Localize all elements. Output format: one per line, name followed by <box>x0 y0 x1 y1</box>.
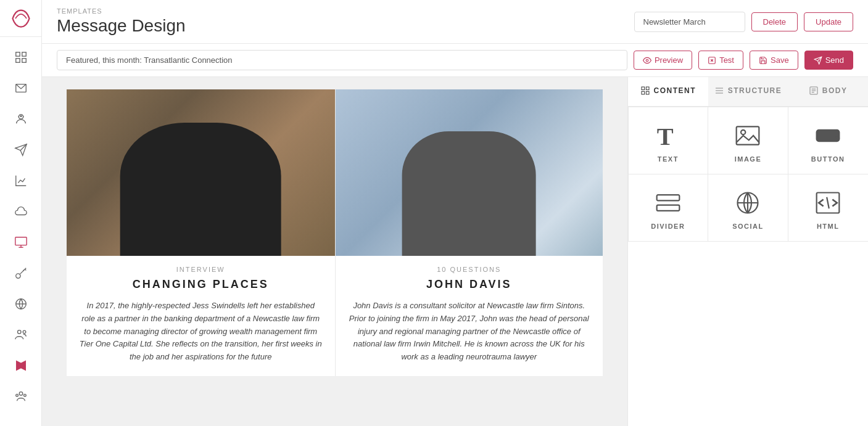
block-social[interactable]: SOCIAL <box>708 174 788 242</box>
panel-tabs: CONTENT STRUCTURE BODY <box>628 77 868 107</box>
sidebar-nav <box>0 37 41 412</box>
html-block-label: HTML <box>817 223 840 230</box>
divider-block-label: DIVIDER <box>651 223 685 230</box>
sidebar-item-templates[interactable] <box>0 227 41 258</box>
panel-content: T TEXT IMAGE <box>628 107 868 241</box>
page-title: Message Design <box>57 16 186 36</box>
header: TEMPLATES Message Design Delete Update <box>42 0 868 44</box>
test-icon <box>708 56 716 65</box>
sidebar-item-key[interactable] <box>0 258 41 289</box>
right-panel: CONTENT STRUCTURE BODY T TEXT <box>627 77 868 426</box>
svg-line-16 <box>23 270 24 271</box>
send-label: Send <box>825 55 844 65</box>
button-block-icon <box>814 122 841 149</box>
svg-line-15 <box>25 269 26 271</box>
svg-point-44 <box>741 129 745 134</box>
main-content: TEMPLATES Message Design Delete Update P… <box>42 0 868 426</box>
structure-tab-icon <box>714 86 724 96</box>
tab-body-label: BODY <box>822 86 848 95</box>
sidebar-item-messages[interactable] <box>0 73 41 104</box>
sidebar-item-contacts[interactable] <box>0 104 41 134</box>
article-1: INTERVIEW CHANGING PLACES In 2017, the h… <box>67 89 335 376</box>
svg-rect-1 <box>22 52 25 56</box>
send-button[interactable]: Send <box>804 51 853 70</box>
sidebar-item-globe[interactable] <box>0 289 41 319</box>
send-icon <box>814 56 822 65</box>
article-1-body: In 2017, the highly-respected Jess Swind… <box>67 300 335 364</box>
sidebar-item-flag[interactable] <box>0 350 41 381</box>
content-area: INTERVIEW CHANGING PLACES In 2017, the h… <box>42 77 868 426</box>
svg-point-7 <box>20 116 22 117</box>
sidebar-item-send[interactable] <box>0 134 41 165</box>
tab-body[interactable]: BODY <box>788 77 868 106</box>
svg-point-24 <box>23 394 26 396</box>
svg-line-53 <box>827 197 829 208</box>
content-tab-icon <box>640 86 650 96</box>
svg-point-23 <box>15 394 18 396</box>
tab-content-label: CONTENT <box>654 86 696 95</box>
button-block-label: BUTTON <box>811 155 845 163</box>
svg-point-25 <box>646 59 648 62</box>
svg-rect-31 <box>642 87 645 90</box>
svg-text:T: T <box>656 122 673 149</box>
toolbar: Preview Test Save Send <box>42 44 868 77</box>
block-button[interactable]: BUTTON <box>788 107 868 174</box>
svg-rect-2 <box>15 59 19 62</box>
sidebar-item-team[interactable] <box>0 381 41 412</box>
text-block-label: TEXT <box>658 155 679 163</box>
article-2-body: John Davis is a consultant solicitor at … <box>336 300 603 364</box>
html-block-icon <box>814 189 841 216</box>
svg-rect-3 <box>22 59 25 62</box>
article-1-label: INTERVIEW <box>67 266 335 273</box>
header-left: TEMPLATES Message Design <box>57 7 186 36</box>
header-right: Delete Update <box>634 12 854 32</box>
block-divider[interactable]: DIVIDER <box>628 174 709 242</box>
social-block-label: SOCIAL <box>732 223 764 230</box>
tab-structure-label: STRUCTURE <box>728 86 782 95</box>
test-button[interactable]: Test <box>698 51 743 70</box>
svg-rect-0 <box>15 52 19 56</box>
save-icon <box>759 56 767 65</box>
sidebar <box>0 0 42 426</box>
logo[interactable] <box>0 0 42 37</box>
svg-point-19 <box>17 330 21 334</box>
delete-button[interactable]: Delete <box>751 12 798 31</box>
block-text[interactable]: T TEXT <box>628 107 709 174</box>
save-label: Save <box>771 55 789 65</box>
svg-rect-45 <box>817 129 840 141</box>
article-2-image <box>336 89 603 256</box>
tab-structure[interactable]: STRUCTURE <box>708 77 788 106</box>
article-2: 10 QUESTIONS JOHN DAVIS John Davis is a … <box>335 89 603 376</box>
body-tab-icon <box>809 86 819 96</box>
svg-rect-34 <box>646 91 649 94</box>
svg-rect-43 <box>737 126 759 144</box>
preview-label: Preview <box>655 55 683 65</box>
article-1-title: CHANGING PLACES <box>67 278 335 291</box>
svg-rect-33 <box>642 91 645 94</box>
image-block-icon <box>734 122 761 149</box>
update-button[interactable]: Update <box>804 12 853 31</box>
email-body: INTERVIEW CHANGING PLACES In 2017, the h… <box>67 89 603 376</box>
breadcrumb: TEMPLATES <box>57 7 186 15</box>
email-preview[interactable]: INTERVIEW CHANGING PLACES In 2017, the h… <box>42 77 627 426</box>
svg-rect-47 <box>656 195 679 200</box>
svg-rect-32 <box>646 87 649 90</box>
preview-button[interactable]: Preview <box>634 51 692 70</box>
subject-input[interactable] <box>57 50 627 70</box>
tab-content[interactable]: CONTENT <box>628 77 708 106</box>
social-block-icon <box>734 189 761 216</box>
svg-rect-10 <box>15 237 26 245</box>
template-name-input[interactable] <box>634 12 745 32</box>
divider-block-icon <box>655 189 682 216</box>
sidebar-item-analytics[interactable] <box>0 165 41 196</box>
sidebar-item-cloud[interactable] <box>0 196 41 227</box>
svg-marker-21 <box>16 361 25 371</box>
block-html[interactable]: HTML <box>788 174 868 242</box>
article-2-title: JOHN DAVIS <box>336 278 603 291</box>
test-label: Test <box>719 55 734 65</box>
email-columns: INTERVIEW CHANGING PLACES In 2017, the h… <box>67 89 603 376</box>
save-button[interactable]: Save <box>750 51 798 70</box>
block-image[interactable]: IMAGE <box>708 107 788 174</box>
sidebar-item-users[interactable] <box>0 319 41 350</box>
sidebar-item-dashboard[interactable] <box>0 42 41 73</box>
